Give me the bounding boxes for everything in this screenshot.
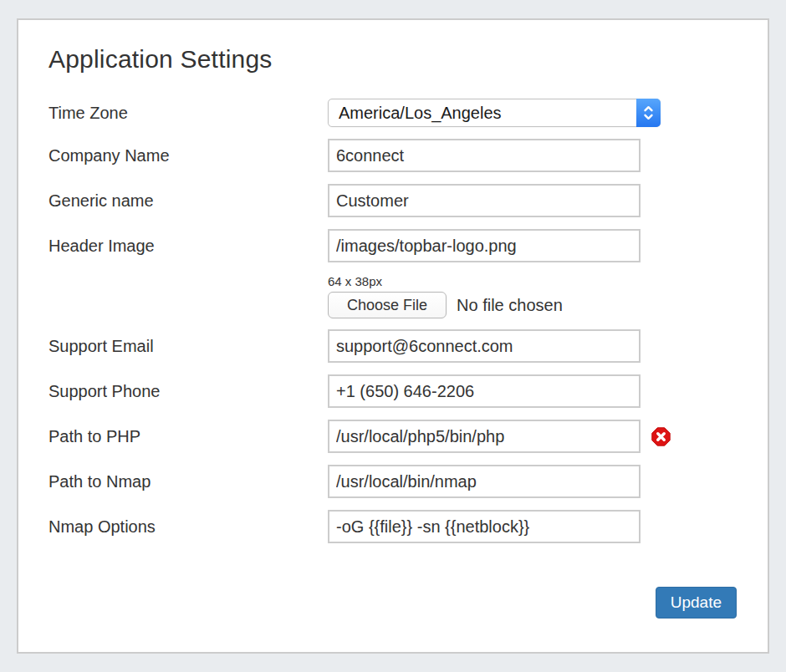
page-title: Application Settings bbox=[48, 45, 768, 74]
header-image-label: Header Image bbox=[48, 237, 328, 256]
row-time-zone: Time Zone America/Los_Angeles bbox=[48, 99, 768, 127]
row-path-nmap: Path to Nmap bbox=[48, 465, 768, 498]
row-path-php: Path to PHP bbox=[48, 420, 768, 453]
time-zone-selected-value: America/Los_Angeles bbox=[329, 104, 502, 123]
generic-name-label: Generic name bbox=[48, 191, 328, 211]
row-nmap-options: Nmap Options bbox=[48, 510, 768, 543]
company-name-input[interactable] bbox=[328, 139, 641, 172]
header-image-size-hint: 64 x 38px bbox=[328, 274, 768, 288]
actions-row: Update bbox=[48, 587, 737, 619]
time-zone-label: Time Zone bbox=[48, 104, 328, 123]
path-php-label: Path to PHP bbox=[48, 427, 328, 446]
support-email-label: Support Email bbox=[48, 337, 328, 356]
path-nmap-input[interactable] bbox=[328, 465, 641, 498]
header-image-upload-group: 64 x 38px Choose File No file chosen bbox=[328, 274, 768, 318]
row-support-email: Support Email bbox=[48, 329, 768, 363]
file-upload-row: Choose File No file chosen bbox=[328, 292, 768, 318]
nmap-options-label: Nmap Options bbox=[48, 517, 328, 537]
path-php-input[interactable] bbox=[328, 420, 641, 453]
support-phone-input[interactable] bbox=[328, 374, 641, 408]
nmap-options-input[interactable] bbox=[328, 510, 641, 543]
row-support-phone: Support Phone bbox=[48, 374, 768, 408]
settings-card: Application Settings Time Zone America/L… bbox=[17, 18, 769, 654]
row-company-name: Company Name bbox=[48, 139, 768, 172]
chevron-up-down-icon bbox=[636, 99, 661, 127]
support-phone-label: Support Phone bbox=[48, 382, 328, 401]
row-generic-name: Generic name bbox=[48, 184, 768, 217]
update-button[interactable]: Update bbox=[656, 587, 737, 619]
company-name-label: Company Name bbox=[48, 146, 328, 165]
row-header-image: Header Image bbox=[48, 229, 768, 262]
choose-file-button[interactable]: Choose File bbox=[328, 292, 447, 318]
file-chosen-status: No file chosen bbox=[457, 296, 563, 315]
time-zone-select[interactable]: America/Los_Angeles bbox=[328, 99, 661, 127]
error-octagon-x-icon bbox=[651, 427, 671, 446]
path-nmap-label: Path to Nmap bbox=[48, 472, 328, 491]
header-image-input[interactable] bbox=[328, 229, 641, 262]
generic-name-input[interactable] bbox=[328, 184, 641, 217]
support-email-input[interactable] bbox=[328, 329, 641, 363]
